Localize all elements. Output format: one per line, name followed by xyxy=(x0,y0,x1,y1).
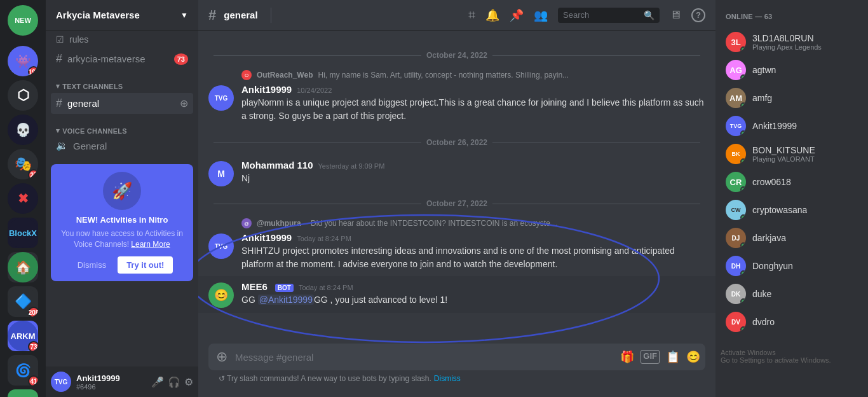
member-status-dvdro xyxy=(740,326,746,332)
server-icon-2[interactable]: 👾 191 xyxy=(8,46,38,76)
msg-header-2: Mohammad 110 Yesterday at 9:09 PM xyxy=(241,160,705,171)
mute-channel-icon[interactable]: 🔔 xyxy=(485,8,499,22)
search-input[interactable] xyxy=(563,10,640,20)
text-channels-label: TEXT CHANNELS xyxy=(62,83,123,90)
arkycia-metaverse-channel[interactable]: # arkycia-metaverse 73 xyxy=(51,48,193,69)
sticker-icon[interactable]: 📋 xyxy=(666,350,680,364)
general-hash-icon: # xyxy=(56,97,62,110)
server-icon-11[interactable]: 🌀 41 xyxy=(8,355,38,386)
msg-content-1: Ankit19999 10/24/2022 playNomm is a uniq… xyxy=(241,84,705,123)
server-icon-9[interactable]: 🔷 208 xyxy=(8,286,38,317)
member-avatar-duke: DK xyxy=(726,284,746,304)
msg-avatar-2: M xyxy=(208,161,234,186)
member-status-3ld xyxy=(740,46,746,52)
mute-icon[interactable]: 🎤 xyxy=(151,376,164,388)
msg-text-2: Nj xyxy=(241,172,705,185)
general-channel[interactable]: # general ⊕ xyxy=(51,93,193,114)
member-ankit19999[interactable]: TVG Ankit19999 xyxy=(721,112,863,140)
server-icon-8[interactable]: 🏠 xyxy=(8,252,38,282)
mee6-time: Today at 8:24 PM xyxy=(299,284,353,291)
member-3ld1a8l0run[interactable]: 3L 3LD1A8L0RUN Playing Apex Legends xyxy=(721,28,863,56)
member-darkjava[interactable]: DJ darkjava xyxy=(721,224,863,252)
voice-channels-category[interactable]: ▾ VOICE CHANNELS xyxy=(51,124,193,137)
msg-header-1: Ankit19999 10/24/2022 xyxy=(241,84,705,95)
member-avatar-amfg: AM xyxy=(726,88,746,108)
server-icon-3[interactable]: ⬡ xyxy=(8,80,38,111)
member-dvdro[interactable]: DV dvdro xyxy=(721,308,863,336)
server-list: NEW 👾 191 ⬡ 💀 🎭 27 ✖ BlockX 🏠 🔷 208 ARKM… xyxy=(0,0,46,397)
member-agtwn[interactable]: AG agtwn xyxy=(721,56,863,84)
member-status-dark xyxy=(740,242,746,248)
message-2: M Mohammad 110 Yesterday at 9:09 PM Nj xyxy=(198,157,715,189)
mee6-text: GG @Ankit19999GG , you just advanced to … xyxy=(241,293,705,307)
channel-hash-icon: # xyxy=(208,7,216,24)
member-donghyun[interactable]: DH Donghyun xyxy=(721,252,863,280)
member-cryptowasana[interactable]: CW cryptowasana xyxy=(721,196,863,224)
chevron-down-icon: ▼ xyxy=(180,11,188,20)
member-name-bon: BON_KITSUNE xyxy=(752,145,815,155)
server-icon-new[interactable]: NEW xyxy=(8,5,38,36)
member-status-agtwn xyxy=(740,74,746,80)
mee6-author: MEE6 xyxy=(241,281,268,292)
search-bar[interactable]: 🔍 xyxy=(558,8,660,23)
member-name-crypto: cryptowasana xyxy=(752,205,807,215)
chat-input-area: ⊕ 🎁 GIF 📋 😊 ↺ Try slash commands! A new … xyxy=(198,344,715,397)
member-status-amfg xyxy=(740,102,746,108)
dismiss-button[interactable]: Dismiss xyxy=(71,256,113,274)
channel-name: general xyxy=(224,10,257,20)
server-icon-arkm[interactable]: ARKM 73 xyxy=(8,321,38,351)
user-avatar: TVG xyxy=(51,372,71,392)
member-avatar-dong: DH xyxy=(726,256,746,276)
voice-general-label: General xyxy=(73,141,107,151)
inbox-icon[interactable]: 🖥 xyxy=(670,8,681,22)
mee6-message: 😊 MEE6 BOT Today at 8:24 PM GG @Ankit199… xyxy=(198,276,715,313)
nitro-banner: 🚀 NEW! Activities in Nitro You now have … xyxy=(51,164,193,281)
rules-channel[interactable]: ☑ rules xyxy=(46,31,198,48)
chat-header: # general ⌗ 🔔 📌 👥 🔍 🖥 ? xyxy=(198,0,715,31)
member-name-dark: darkjava xyxy=(752,233,786,243)
text-channels-category[interactable]: ▾ TEXT CHANNELS xyxy=(51,80,193,93)
server-icon-blockx[interactable]: BlockX xyxy=(8,218,38,248)
member-crow0618[interactable]: CR crow0618 xyxy=(721,168,863,196)
server-icon-5[interactable]: 🎭 27 xyxy=(8,149,38,179)
server-icon-6[interactable]: ✖ xyxy=(8,183,38,214)
reply-indicator-2: @ @mukhpura - Did you hear about the INT… xyxy=(241,218,715,230)
member-info-ankit: Ankit19999 xyxy=(752,121,797,131)
try-it-button[interactable]: Try it out! xyxy=(118,256,173,274)
member-duke[interactable]: DK duke xyxy=(721,280,863,308)
voice-general-channel[interactable]: 🔉 General xyxy=(51,137,193,154)
highlighted-area: @ @mukhpura - Did you hear about the INT… xyxy=(198,218,715,313)
server-icon-new2[interactable]: NEW xyxy=(8,389,38,397)
user-tag: #6496 xyxy=(76,383,146,391)
members-icon[interactable]: 👥 xyxy=(534,8,548,22)
reply-avatar-2: @ xyxy=(241,218,252,228)
gift-icon[interactable]: 🎁 xyxy=(620,350,634,364)
help-icon[interactable]: ? xyxy=(691,8,705,22)
pin-icon[interactable]: 📌 xyxy=(510,8,524,22)
speaker-icon: 🔉 xyxy=(56,140,68,151)
member-bon-kitsune[interactable]: BK BON_KITSUNE Playing VALORANT xyxy=(721,140,863,168)
member-avatar-dvdro: DV xyxy=(726,312,746,332)
server-header[interactable]: Arkycia Metaverse ▼ xyxy=(46,0,198,31)
emoji-icon[interactable]: 😊 xyxy=(686,350,700,364)
member-info-bon: BON_KITSUNE Playing VALORANT xyxy=(752,145,815,163)
gif-icon[interactable]: GIF xyxy=(641,350,660,364)
threads-icon[interactable]: ⌗ xyxy=(468,8,475,22)
add-file-icon[interactable]: ⊕ xyxy=(214,344,230,370)
member-info-duke: duke xyxy=(752,289,771,299)
member-amfg[interactable]: AM amfg xyxy=(721,84,863,112)
mee6-avatar: 😊 xyxy=(208,282,234,308)
deafen-icon[interactable]: 🎧 xyxy=(168,376,180,388)
msg-time-2: Yesterday at 9:09 PM xyxy=(318,162,385,170)
add-member-icon[interactable]: ⊕ xyxy=(180,97,188,109)
settings-icon[interactable]: ⚙ xyxy=(184,376,193,388)
dismiss-slash-link[interactable]: Dismiss xyxy=(434,374,461,383)
chat-messages: October 24, 2022 O OutReach_Web Hi, my n… xyxy=(198,31,715,344)
member-avatar-ankit: TVG xyxy=(726,116,746,136)
message-input[interactable] xyxy=(235,344,615,370)
member-name-dong: Donghyun xyxy=(752,261,793,271)
reply-text-1: Hi, my name is Sam. Art, utility, concep… xyxy=(318,71,569,80)
server-icon-4[interactable]: 💀 xyxy=(8,115,38,145)
learn-more-link[interactable]: Learn More xyxy=(131,240,170,249)
input-icons: 🎁 GIF 📋 😊 xyxy=(620,350,700,364)
